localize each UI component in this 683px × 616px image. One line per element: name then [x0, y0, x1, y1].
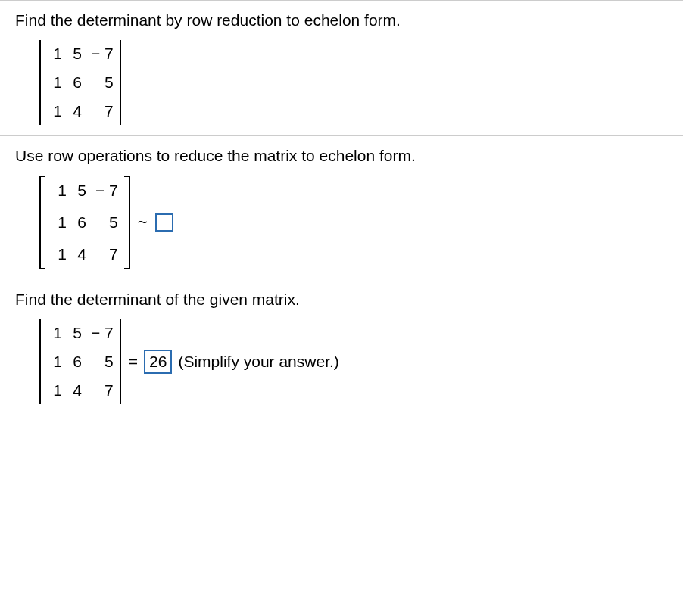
row-reduce-area: 1 5 − 7 1 6 5 1 4 7 ~	[39, 176, 668, 269]
step1-title: Use row operations to reduce the matrix …	[15, 147, 668, 165]
m1-r1c2: 5	[67, 45, 82, 63]
det2-bar-right	[120, 319, 121, 404]
m2-r1c3: − 7	[95, 182, 118, 200]
m1-r3c1: 1	[47, 102, 62, 120]
m3-r1c2: 5	[67, 324, 82, 342]
equals-sign: =	[129, 353, 138, 371]
m3-r1c1: 1	[47, 324, 62, 342]
step2-title: Find the determinant of the given matrix…	[15, 291, 668, 309]
tilde-icon: ~	[138, 213, 148, 232]
echelon-answer-input[interactable]	[155, 213, 173, 232]
step1-section: Use row operations to reduce the matrix …	[0, 136, 683, 280]
m3-r3c3: 7	[86, 381, 114, 400]
determinant-answer-area: 1 5 − 7 1 6 5 1 4 7 = 26 (Simplify your …	[39, 319, 668, 404]
m2-r2c2: 6	[71, 213, 86, 232]
m3-r1c3: − 7	[91, 324, 114, 342]
bracket-left	[39, 176, 45, 269]
m3-r2c1: 1	[47, 353, 62, 371]
m1-r2c2: 6	[67, 73, 82, 92]
m1-r3c3: 7	[86, 102, 114, 120]
m3-r3c1: 1	[47, 381, 62, 400]
m2-r3c1: 1	[51, 245, 67, 263]
m1-r2c1: 1	[47, 73, 62, 92]
bracket-right	[124, 176, 130, 269]
m1-r3c2: 4	[67, 102, 82, 120]
m1-r1c1: 1	[47, 45, 62, 63]
m3-r3c2: 4	[67, 381, 82, 400]
m3-r2c3: 5	[86, 353, 114, 371]
problem-title: Find the determinant by row reduction to…	[15, 11, 668, 30]
det-bar-right	[120, 40, 121, 125]
m2-r2c3: 5	[91, 213, 118, 232]
m2-r3c2: 4	[71, 245, 86, 263]
m2-r3c3: 7	[91, 245, 118, 263]
m2-r2c1: 1	[51, 213, 67, 232]
problem-section: Find the determinant by row reduction to…	[0, 1, 683, 135]
m1-r2c3: 5	[86, 73, 114, 92]
m1-r1c3: − 7	[91, 45, 114, 63]
m2-r1c1: 1	[51, 182, 67, 200]
simplify-hint: (Simplify your answer.)	[178, 353, 338, 371]
determinant-matrix-1: 1 5 − 7 1 6 5 1 4 7	[39, 40, 668, 125]
m3-r2c2: 6	[67, 353, 82, 371]
step2-section: Find the determinant of the given matrix…	[0, 280, 683, 415]
determinant-answer-input[interactable]: 26	[144, 350, 172, 373]
m2-r1c2: 5	[71, 182, 86, 200]
